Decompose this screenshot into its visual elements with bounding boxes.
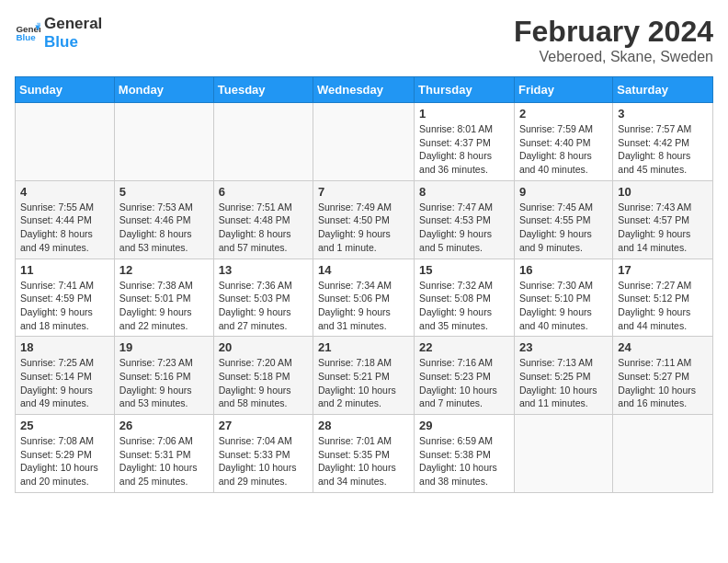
- calendar-cell: 1Sunrise: 8:01 AM Sunset: 4:37 PM Daylig…: [415, 103, 515, 181]
- header-row: SundayMondayTuesdayWednesdayThursdayFrid…: [16, 77, 713, 103]
- weekday-header: Saturday: [613, 77, 713, 103]
- day-info: Sunrise: 6:59 AM Sunset: 5:38 PM Dayligh…: [419, 434, 509, 488]
- calendar-cell: 16Sunrise: 7:30 AM Sunset: 5:10 PM Dayli…: [514, 259, 612, 337]
- day-info: Sunrise: 7:47 AM Sunset: 4:53 PM Dayligh…: [419, 201, 509, 255]
- day-info: Sunrise: 7:18 AM Sunset: 5:21 PM Dayligh…: [318, 356, 409, 410]
- day-info: Sunrise: 7:41 AM Sunset: 4:59 PM Dayligh…: [20, 279, 109, 333]
- weekday-header: Sunday: [16, 77, 115, 103]
- calendar-cell: 9Sunrise: 7:45 AM Sunset: 4:55 PM Daylig…: [514, 180, 612, 259]
- calendar-cell: 15Sunrise: 7:32 AM Sunset: 5:08 PM Dayli…: [415, 259, 515, 337]
- day-info: Sunrise: 7:06 AM Sunset: 5:31 PM Dayligh…: [119, 434, 209, 488]
- calendar-week-row: 18Sunrise: 7:25 AM Sunset: 5:14 PM Dayli…: [16, 337, 713, 415]
- day-info: Sunrise: 7:51 AM Sunset: 4:48 PM Dayligh…: [219, 201, 308, 255]
- day-number: 20: [219, 340, 308, 354]
- calendar-week-row: 1Sunrise: 8:01 AM Sunset: 4:37 PM Daylig…: [16, 103, 713, 181]
- calendar-cell: [613, 415, 713, 493]
- day-number: 8: [419, 185, 509, 199]
- day-info: Sunrise: 7:30 AM Sunset: 5:10 PM Dayligh…: [519, 279, 608, 333]
- logo: General Blue General Blue: [15, 15, 102, 51]
- weekday-header: Thursday: [415, 77, 515, 103]
- day-info: Sunrise: 7:27 AM Sunset: 5:12 PM Dayligh…: [618, 279, 708, 333]
- day-info: Sunrise: 7:38 AM Sunset: 5:01 PM Dayligh…: [119, 279, 209, 333]
- calendar-cell: 26Sunrise: 7:06 AM Sunset: 5:31 PM Dayli…: [114, 415, 213, 493]
- day-number: 25: [20, 419, 109, 432]
- day-info: Sunrise: 7:01 AM Sunset: 5:35 PM Dayligh…: [318, 434, 409, 488]
- day-number: 19: [119, 340, 209, 354]
- calendar-week-row: 4Sunrise: 7:55 AM Sunset: 4:44 PM Daylig…: [16, 180, 713, 259]
- weekday-header: Monday: [114, 77, 213, 103]
- day-info: Sunrise: 7:55 AM Sunset: 4:44 PM Dayligh…: [20, 201, 109, 255]
- weekday-header: Wednesday: [313, 77, 415, 103]
- day-number: 24: [618, 340, 708, 354]
- day-number: 7: [318, 185, 409, 199]
- day-info: Sunrise: 7:16 AM Sunset: 5:23 PM Dayligh…: [419, 356, 509, 410]
- day-info: Sunrise: 7:49 AM Sunset: 4:50 PM Dayligh…: [318, 201, 409, 255]
- calendar-cell: 3Sunrise: 7:57 AM Sunset: 4:42 PM Daylig…: [613, 103, 713, 181]
- title-area: February 2024 Veberoed, Skane, Sweden: [514, 15, 713, 65]
- day-info: Sunrise: 7:59 AM Sunset: 4:40 PM Dayligh…: [519, 122, 608, 177]
- calendar-cell: 27Sunrise: 7:04 AM Sunset: 5:33 PM Dayli…: [213, 415, 313, 493]
- calendar-cell: 13Sunrise: 7:36 AM Sunset: 5:03 PM Dayli…: [213, 259, 313, 337]
- calendar-cell: [213, 103, 313, 181]
- calendar-cell: 14Sunrise: 7:34 AM Sunset: 5:06 PM Dayli…: [313, 259, 415, 337]
- day-number: 1: [419, 107, 509, 121]
- calendar-cell: 24Sunrise: 7:11 AM Sunset: 5:27 PM Dayli…: [613, 337, 713, 415]
- calendar-cell: 2Sunrise: 7:59 AM Sunset: 4:40 PM Daylig…: [514, 103, 612, 181]
- calendar-cell: 23Sunrise: 7:13 AM Sunset: 5:25 PM Dayli…: [514, 337, 612, 415]
- day-number: 21: [318, 340, 409, 354]
- calendar-cell: [114, 103, 213, 181]
- calendar-cell: 12Sunrise: 7:38 AM Sunset: 5:01 PM Dayli…: [114, 259, 213, 337]
- svg-text:Blue: Blue: [16, 32, 36, 42]
- page-subtitle: Veberoed, Skane, Sweden: [514, 49, 713, 65]
- calendar-cell: 19Sunrise: 7:23 AM Sunset: 5:16 PM Dayli…: [114, 337, 213, 415]
- day-number: 3: [618, 107, 708, 121]
- calendar-cell: 17Sunrise: 7:27 AM Sunset: 5:12 PM Dayli…: [613, 259, 713, 337]
- calendar-cell: 10Sunrise: 7:43 AM Sunset: 4:57 PM Dayli…: [613, 180, 713, 259]
- day-number: 11: [20, 263, 109, 277]
- day-number: 2: [519, 107, 608, 121]
- logo-icon: General Blue: [15, 20, 40, 46]
- calendar-cell: 25Sunrise: 7:08 AM Sunset: 5:29 PM Dayli…: [16, 415, 115, 493]
- day-number: 26: [119, 419, 209, 432]
- day-number: 27: [219, 419, 308, 432]
- day-info: Sunrise: 7:36 AM Sunset: 5:03 PM Dayligh…: [219, 279, 308, 333]
- calendar-table: SundayMondayTuesdayWednesdayThursdayFrid…: [15, 76, 713, 493]
- day-number: 10: [618, 185, 708, 199]
- day-info: Sunrise: 7:53 AM Sunset: 4:46 PM Dayligh…: [119, 201, 209, 255]
- weekday-header: Friday: [514, 77, 612, 103]
- day-info: Sunrise: 7:45 AM Sunset: 4:55 PM Dayligh…: [519, 201, 608, 255]
- day-info: Sunrise: 7:57 AM Sunset: 4:42 PM Dayligh…: [618, 122, 708, 177]
- weekday-header: Tuesday: [213, 77, 313, 103]
- day-info: Sunrise: 7:23 AM Sunset: 5:16 PM Dayligh…: [119, 356, 209, 410]
- day-number: 9: [519, 185, 608, 199]
- calendar-cell: 11Sunrise: 7:41 AM Sunset: 4:59 PM Dayli…: [16, 259, 115, 337]
- day-number: 12: [119, 263, 209, 277]
- day-number: 22: [419, 340, 509, 354]
- day-number: 5: [119, 185, 209, 199]
- calendar-cell: 5Sunrise: 7:53 AM Sunset: 4:46 PM Daylig…: [114, 180, 213, 259]
- day-info: Sunrise: 7:13 AM Sunset: 5:25 PM Dayligh…: [519, 356, 608, 410]
- day-info: Sunrise: 7:34 AM Sunset: 5:06 PM Dayligh…: [318, 279, 409, 333]
- logo-general: General: [44, 15, 102, 33]
- calendar-week-row: 25Sunrise: 7:08 AM Sunset: 5:29 PM Dayli…: [16, 415, 713, 493]
- header: General Blue General Blue February 2024 …: [15, 15, 713, 65]
- day-info: Sunrise: 8:01 AM Sunset: 4:37 PM Dayligh…: [419, 122, 509, 177]
- calendar-cell: 18Sunrise: 7:25 AM Sunset: 5:14 PM Dayli…: [16, 337, 115, 415]
- day-number: 14: [318, 263, 409, 277]
- day-info: Sunrise: 7:25 AM Sunset: 5:14 PM Dayligh…: [20, 356, 109, 410]
- calendar-cell: 22Sunrise: 7:16 AM Sunset: 5:23 PM Dayli…: [415, 337, 515, 415]
- day-info: Sunrise: 7:11 AM Sunset: 5:27 PM Dayligh…: [618, 356, 708, 410]
- calendar-cell: 6Sunrise: 7:51 AM Sunset: 4:48 PM Daylig…: [213, 180, 313, 259]
- day-number: 4: [20, 185, 109, 199]
- calendar-cell: [313, 103, 415, 181]
- calendar-cell: 8Sunrise: 7:47 AM Sunset: 4:53 PM Daylig…: [415, 180, 515, 259]
- day-number: 23: [519, 340, 608, 354]
- day-info: Sunrise: 7:20 AM Sunset: 5:18 PM Dayligh…: [219, 356, 308, 410]
- calendar-cell: [16, 103, 115, 181]
- day-number: 15: [419, 263, 509, 277]
- day-number: 6: [219, 185, 308, 199]
- day-number: 18: [20, 340, 109, 354]
- calendar-cell: 28Sunrise: 7:01 AM Sunset: 5:35 PM Dayli…: [313, 415, 415, 493]
- day-number: 17: [618, 263, 708, 277]
- calendar-cell: 29Sunrise: 6:59 AM Sunset: 5:38 PM Dayli…: [415, 415, 515, 493]
